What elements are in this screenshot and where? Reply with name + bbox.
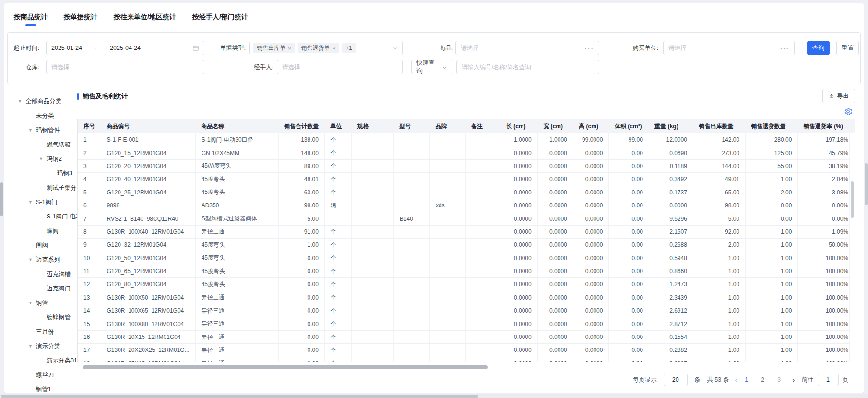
caret-down-icon[interactable]: ▼ bbox=[28, 344, 36, 349]
tree-item[interactable]: ▼镀锌钢管 bbox=[12, 310, 75, 325]
keyword-input[interactable]: 请输入编号/名称/简名查询 bbox=[456, 60, 599, 74]
page-number-active[interactable]: 1 bbox=[739, 376, 754, 383]
warehouse-select[interactable]: 请选择 bbox=[46, 60, 204, 74]
table-cell: 197.18% bbox=[798, 133, 855, 146]
table-row[interactable]: 16G130R_20X15_12RM01G04异径三通0.00个0.00000.… bbox=[78, 330, 855, 343]
page-scrollbar-right-thumb[interactable] bbox=[865, 163, 868, 205]
doc-type-tag[interactable]: +1 bbox=[342, 43, 356, 53]
table-row[interactable]: 1S-1-F-E-001S-1阀门-电动30口径-138.00个1.00001.… bbox=[78, 133, 855, 146]
more-icon[interactable]: ··· bbox=[585, 45, 594, 52]
calendar-icon bbox=[192, 45, 199, 51]
table-cell: 142.00 bbox=[693, 133, 745, 146]
table-row[interactable]: 9G120_32_12RM01G0445度弯头1.00个0.00000.0000… bbox=[78, 239, 855, 252]
more-icon[interactable]: ··· bbox=[780, 45, 789, 52]
tree-item[interactable]: ▼螺丝刀 bbox=[12, 368, 75, 382]
page-scrollbar-bottom-thumb[interactable] bbox=[1, 395, 478, 398]
tree-item[interactable]: ▼全部商品分类 bbox=[12, 94, 75, 109]
tree-item[interactable]: ▼蝶阀 bbox=[12, 224, 75, 238]
buyer-select[interactable]: 请选择 ··· bbox=[663, 41, 795, 55]
reset-button[interactable]: 重置 bbox=[836, 41, 859, 55]
page-scrollbar-left-thumb[interactable] bbox=[0, 182, 3, 216]
tree-item[interactable]: ▼玛钢管件 bbox=[12, 123, 75, 137]
tree-item[interactable]: ▼未分类 bbox=[12, 109, 75, 123]
tree-item[interactable]: ▼玛钢2 bbox=[12, 152, 75, 166]
tree-item[interactable]: ▼闸阀 bbox=[12, 238, 75, 253]
caret-down-icon[interactable]: ▼ bbox=[28, 128, 36, 133]
tree-item[interactable]: ▼三月份 bbox=[12, 325, 75, 339]
table-row[interactable]: 15G130R_100X80_12RM01G04异径三通0.00个0.00000… bbox=[78, 317, 855, 330]
quick-search-select[interactable]: 快速查询 bbox=[411, 60, 452, 74]
table-row[interactable]: 7RVS2-1_B140_98CQ11R40S型沟槽式过滤器阀体5.00B140… bbox=[78, 212, 855, 225]
tree-item[interactable]: ▼迈克阀门 bbox=[12, 281, 75, 296]
vertical-scrollbar-thumb[interactable] bbox=[851, 181, 854, 218]
tree-item[interactable]: ▼测试子集分类 bbox=[12, 181, 75, 195]
tab-item[interactable]: 按经手人/部门统计 bbox=[192, 5, 248, 28]
tree-item-label: 钢管 bbox=[36, 299, 48, 307]
tree-item[interactable]: ▼演示分类01 bbox=[12, 353, 75, 368]
page-number[interactable]: 2 bbox=[756, 376, 770, 383]
table-cell bbox=[352, 344, 394, 357]
table-cell: 1.00 bbox=[746, 252, 798, 265]
table-row[interactable]: 12G120_80_12RM01G0445度弯头0.00个0.00000.000… bbox=[78, 278, 855, 291]
table-row[interactable]: 10G120_50_12RM01G0445度弯头0.00个0.00000.000… bbox=[78, 252, 855, 265]
handler-select[interactable]: 请选择 bbox=[277, 60, 403, 74]
caret-down-icon[interactable]: ▼ bbox=[28, 200, 36, 205]
tree-item[interactable]: ▼迈克沟槽 bbox=[12, 267, 75, 281]
chevron-down-icon[interactable] bbox=[392, 45, 398, 51]
tree-item[interactable]: ▼钢管1 bbox=[12, 382, 75, 393]
tree-item[interactable]: ▼S-1阀门-电动 bbox=[12, 209, 75, 224]
page-number[interactable]: 3 bbox=[772, 376, 786, 383]
caret-down-icon[interactable]: ▼ bbox=[18, 99, 25, 104]
table-row[interactable]: 13G130R_100X50_12RM01G04异径三通0.00个0.00000… bbox=[78, 291, 855, 304]
caret-down-icon[interactable]: ▼ bbox=[28, 257, 36, 262]
tree-item[interactable]: ▼S-1阀门 bbox=[12, 195, 75, 209]
table-cell: 45////度弯头 bbox=[195, 159, 278, 172]
tree-item-label: 迈克沟槽 bbox=[47, 270, 71, 278]
tree-item[interactable]: ▼演示分类 bbox=[12, 339, 75, 353]
tab-item[interactable]: 按往来单位/地区统计 bbox=[114, 5, 176, 28]
handler-label: 经手人: bbox=[235, 60, 273, 74]
page-scrollbar-bottom[interactable] bbox=[0, 394, 868, 398]
doc-type-tag[interactable]: 销售出库单× bbox=[253, 43, 295, 53]
export-button[interactable]: 导出 bbox=[822, 89, 855, 103]
tab-item[interactable]: 按单据统计 bbox=[64, 5, 97, 28]
table-cell bbox=[393, 199, 429, 212]
table-row[interactable]: 2G120_15_12RM01G04GN 1/2X45MM148.00个0.00… bbox=[78, 146, 855, 159]
product-select[interactable]: 请选择 ··· bbox=[455, 41, 599, 55]
doc-type-tag[interactable]: 销售退货单× bbox=[298, 43, 340, 53]
table-row[interactable]: 3G120_20_12RM01G0445////度弯头89.00个0.00000… bbox=[78, 159, 855, 172]
table-row[interactable]: 14G130R_100X65_12RM01G04异径三通0.00个0.00000… bbox=[78, 304, 855, 317]
tree-item[interactable]: ▼燃气纸箱 bbox=[12, 137, 75, 152]
next-page-icon[interactable]: › bbox=[792, 376, 795, 384]
caret-down-icon[interactable]: ▼ bbox=[39, 157, 47, 161]
tree-item[interactable]: ▼迈克系列 bbox=[12, 253, 75, 267]
date-range-input[interactable]: 2025-01-24 - 2025-04-24 bbox=[46, 41, 204, 55]
tree-item[interactable]: ▼钢管 bbox=[12, 296, 75, 310]
total-count: 共 53 条 bbox=[707, 376, 729, 384]
table-row[interactable]: 5G120_25_12RM01G0445度弯头63.00个0.00000.000… bbox=[78, 186, 855, 199]
table-row[interactable]: 17G130R_20X20X25_12RM01G...异径三通0.00个0.00… bbox=[78, 344, 855, 357]
table-cell bbox=[393, 344, 429, 357]
tab-active[interactable]: 按商品统计 bbox=[14, 5, 48, 28]
tag-close-icon[interactable]: × bbox=[288, 45, 292, 51]
horizontal-scrollbar[interactable] bbox=[77, 365, 855, 370]
vertical-scrollbar[interactable] bbox=[849, 133, 855, 362]
table-row[interactable]: 69898AD35098.00辆xds0.00000.00000.00000.0… bbox=[78, 199, 855, 212]
table-cell: 0.0000 bbox=[573, 146, 609, 159]
doc-type-select[interactable]: 销售出库单×销售退货单×+1 bbox=[249, 41, 403, 55]
tag-close-icon[interactable]: × bbox=[333, 45, 336, 51]
table-cell: G130R_20X15_12RM01G04 bbox=[101, 330, 195, 343]
gear-icon[interactable] bbox=[844, 108, 852, 116]
table-row[interactable]: 11G120_65_12RM01G0445度弯头0.00个0.00000.000… bbox=[78, 265, 855, 277]
column-header: 规格 bbox=[352, 119, 394, 133]
horizontal-scrollbar-thumb[interactable] bbox=[83, 365, 488, 369]
tree-item[interactable]: ▼玛钢3 bbox=[12, 166, 75, 181]
table-row[interactable]: 18G130R_25X15_12RM01G04异径三通0.00个0.00000.… bbox=[78, 357, 855, 362]
table-row[interactable]: 8G130R_100X40_12RM01G04异径三通91.00个0.00000… bbox=[78, 225, 855, 238]
caret-down-icon[interactable]: ▼ bbox=[28, 301, 36, 305]
handler-placeholder: 请选择 bbox=[282, 63, 300, 72]
per-page-input[interactable]: 20 bbox=[664, 374, 688, 386]
search-button[interactable]: 查询 bbox=[807, 41, 830, 55]
goto-page-input[interactable]: 1 bbox=[818, 374, 839, 386]
table-row[interactable]: 4G120_40_12RM01G0445度弯头48.01个0.00000.000… bbox=[78, 173, 855, 186]
